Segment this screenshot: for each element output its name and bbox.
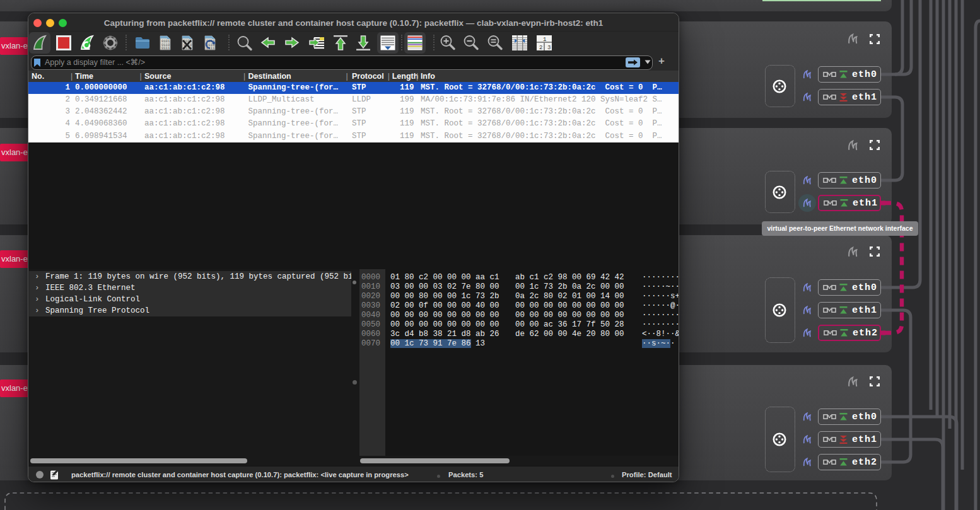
svg-text:3: 3 (547, 45, 551, 51)
svg-text:1: 1 (543, 37, 546, 43)
svg-text:2: 2 (539, 45, 542, 51)
svg-text:0111: 0111 (161, 46, 170, 50)
